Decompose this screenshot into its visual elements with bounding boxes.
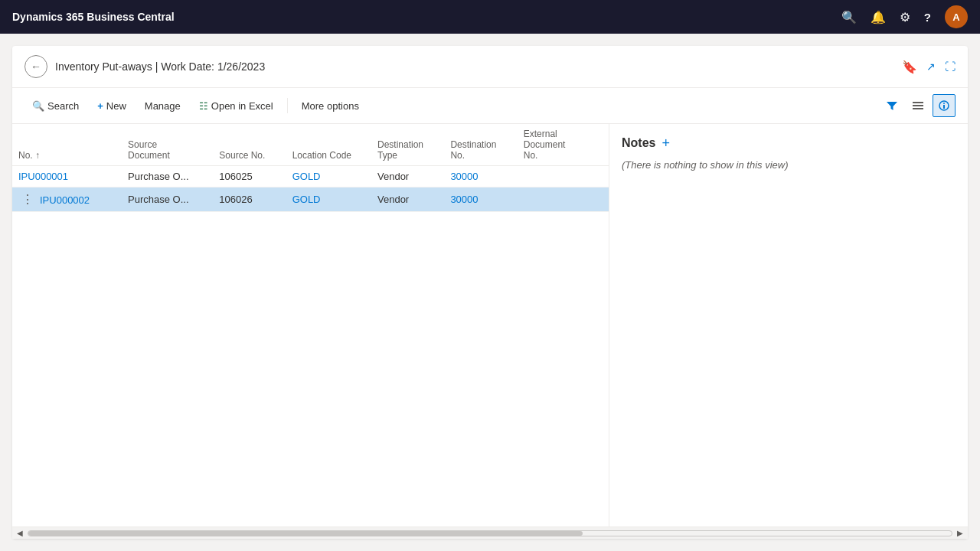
bell-icon[interactable]: 🔔 (871, 10, 886, 24)
list-view-button[interactable] (906, 94, 929, 117)
cell-externalDocumentNo (518, 166, 609, 187)
manage-label: Manage (145, 100, 181, 112)
col-header-destination-type[interactable]: DestinationType (371, 124, 444, 166)
toolbar: 🔍 Search + New Manage ☷ Open in Excel Mo… (12, 88, 968, 124)
more-label: More options (302, 100, 359, 112)
inventory-table: No. ↑ SourceDocument Source No. Location… (12, 124, 609, 212)
cell-no: IPU000001 (12, 166, 122, 187)
table-area: No. ↑ SourceDocument Source No. Location… (12, 124, 609, 527)
cell-externalDocumentNo (518, 187, 609, 212)
search-label: Search (47, 100, 79, 112)
topbar-left: Dynamics 365 Business Central (12, 11, 175, 23)
expand-icon[interactable]: ⛶ (945, 60, 956, 73)
open-in-excel-button[interactable]: ☷ Open in Excel (191, 96, 281, 116)
cell-sourceDocument: Purchase O... (122, 166, 213, 187)
col-header-destination-no[interactable]: DestinationNo. (444, 124, 517, 166)
cell-destination-no-link[interactable]: 30000 (450, 171, 478, 182)
bookmark-icon[interactable]: 🔖 (902, 60, 917, 74)
toolbar-right (880, 94, 956, 117)
new-label: New (106, 100, 126, 112)
cell-locationCode: GOLD (286, 166, 371, 187)
notes-header: Notes + (622, 136, 956, 150)
table-row[interactable]: ⋮IPU000002Purchase O...106026GOLDVendor3… (12, 187, 609, 212)
svg-point-6 (943, 103, 945, 104)
svg-rect-2 (913, 105, 923, 106)
list-icon (913, 100, 923, 111)
page-header: ← Inventory Put-aways | Work Date: 1/26/… (12, 46, 968, 88)
cell-destinationNo: 30000 (444, 166, 517, 187)
cell-destinationType: Vendor (371, 187, 444, 212)
main-content: No. ↑ SourceDocument Source No. Location… (12, 124, 968, 527)
cell-sourceDocument: Purchase O... (122, 187, 213, 212)
cell-destination-no-link[interactable]: 30000 (450, 194, 478, 205)
page-wrapper: ← Inventory Put-aways | Work Date: 1/26/… (12, 46, 968, 539)
cell-sourceNo: 106026 (213, 187, 286, 212)
back-button[interactable]: ← (24, 55, 47, 78)
cell-destinationNo: 30000 (444, 187, 517, 212)
svg-rect-5 (943, 105, 945, 109)
manage-button[interactable]: Manage (137, 96, 188, 116)
cell-sourceNo: 106025 (213, 166, 286, 187)
notes-title: Notes (622, 136, 655, 150)
info-button[interactable] (933, 94, 956, 117)
topbar: Dynamics 365 Business Central 🔍 🔔 ⚙ ? A (0, 0, 980, 34)
table-row[interactable]: IPU000001Purchase O...106025GOLDVendor30… (12, 166, 609, 187)
scrollbar-thumb[interactable] (28, 531, 583, 536)
table-header-row: No. ↑ SourceDocument Source No. Location… (12, 124, 609, 166)
topbar-right: 🔍 🔔 ⚙ ? A (841, 5, 968, 28)
excel-icon: ☷ (199, 100, 208, 112)
toolbar-separator (287, 98, 288, 113)
notes-add-button[interactable]: + (662, 136, 670, 150)
page-title: Inventory Put-aways | Work Date: 1/26/20… (55, 60, 265, 73)
info-icon (939, 100, 949, 111)
cell-location-link[interactable]: GOLD (292, 171, 321, 182)
svg-marker-0 (887, 102, 897, 110)
scroll-left-button[interactable]: ◀ (15, 529, 24, 537)
more-options-button[interactable]: More options (294, 96, 367, 116)
cell-no: ⋮IPU000002 (12, 187, 122, 212)
page-header-right: 🔖 ↗ ⛶ (902, 60, 956, 74)
svg-rect-3 (913, 108, 923, 109)
scrollbar-track[interactable] (28, 530, 952, 536)
row-no-link[interactable]: IPU000002 (40, 194, 90, 206)
filter-icon (887, 100, 897, 111)
row-no-link[interactable]: IPU000001 (18, 171, 68, 182)
col-header-external-doc[interactable]: ExternalDocumentNo. (518, 124, 609, 166)
svg-rect-1 (913, 102, 923, 103)
new-button[interactable]: + New (90, 96, 134, 116)
cell-destinationType: Vendor (371, 166, 444, 187)
search-btn-icon: 🔍 (32, 100, 44, 112)
help-icon[interactable]: ? (924, 11, 931, 24)
page-header-left: ← Inventory Put-aways | Work Date: 1/26/… (24, 55, 265, 78)
cell-location-link[interactable]: GOLD (292, 194, 321, 205)
share-icon[interactable]: ↗ (926, 60, 936, 73)
col-header-no[interactable]: No. ↑ (12, 124, 122, 166)
scrollbar-area: ◀ ▶ (12, 527, 968, 539)
avatar[interactable]: A (945, 5, 968, 28)
col-header-location-code[interactable]: Location Code (286, 124, 371, 166)
col-header-source-document[interactable]: SourceDocument (122, 124, 213, 166)
col-header-source-no[interactable]: Source No. (213, 124, 286, 166)
scroll-right-button[interactable]: ▶ (956, 529, 965, 537)
filter-button[interactable] (880, 94, 903, 117)
notes-empty-message: (There is nothing to show in this view) (622, 159, 956, 171)
excel-label: Open in Excel (211, 100, 273, 112)
cell-locationCode: GOLD (286, 187, 371, 212)
settings-icon[interactable]: ⚙ (900, 10, 910, 24)
search-icon[interactable]: 🔍 (841, 10, 857, 24)
search-button[interactable]: 🔍 Search (24, 96, 87, 116)
notes-panel: Notes + (There is nothing to show in thi… (609, 124, 968, 527)
row-context-menu-icon[interactable]: ⋮ (18, 193, 37, 206)
app-title: Dynamics 365 Business Central (12, 11, 175, 23)
plus-icon: + (97, 100, 103, 112)
